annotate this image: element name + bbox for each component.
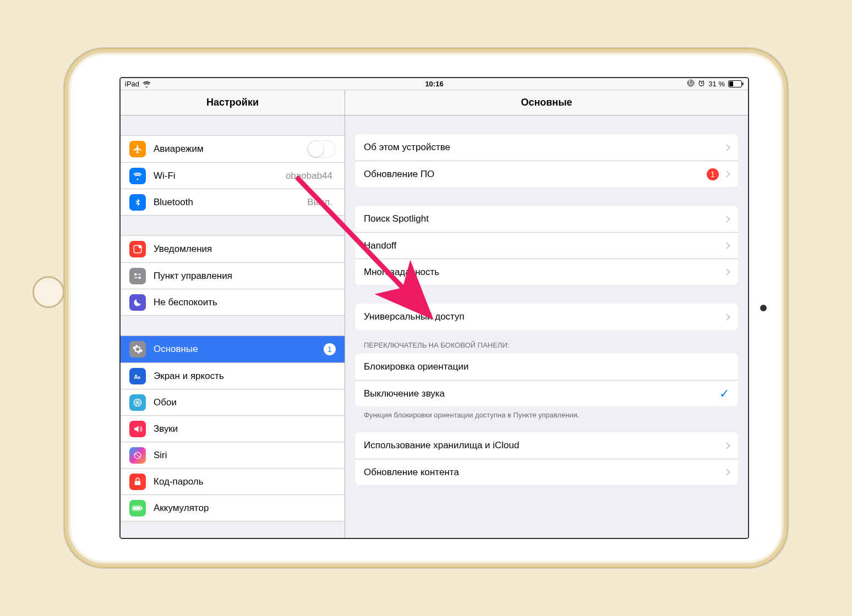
svg-text:A: A (138, 375, 141, 380)
screen: iPad 10:16 31 % Настройки (121, 78, 748, 538)
sidebar-item-bluetooth[interactable]: Bluetooth Выкл. (121, 189, 345, 215)
svg-rect-9 (742, 82, 744, 85)
rotation-lock-icon (687, 79, 695, 89)
chevron-right-icon (723, 442, 730, 449)
device-label: iPad (125, 80, 139, 88)
detail-group-storage: Использование хранилища и iCloud Обновле… (355, 432, 738, 485)
home-button[interactable] (32, 276, 64, 308)
sidebar-item-passcode[interactable]: Код-пароль (121, 468, 345, 494)
sounds-icon (129, 421, 146, 437)
siri-label: Siri (154, 450, 336, 461)
ipad-device-frame: iPad 10:16 31 % Настройки (71, 55, 781, 561)
sidebar-item-display[interactable]: AA Экран и яркость (121, 362, 345, 389)
wallpaper-icon (129, 394, 146, 411)
sidebar-item-dnd[interactable]: Не беспокоить (121, 289, 345, 315)
battery-icon (728, 80, 744, 87)
siri-icon (129, 447, 146, 464)
detail-item-about[interactable]: Об этом устройстве (355, 134, 738, 161)
detail-item-storage[interactable]: Использование хранилища и iCloud (355, 432, 738, 459)
notifications-icon (129, 241, 146, 257)
chevron-right-icon (723, 242, 730, 249)
sidebar-item-general[interactable]: Основные 1 (121, 336, 345, 362)
svg-point-14 (139, 276, 141, 279)
side-switch-footer: Функция блокировки ориентации доступна в… (345, 406, 748, 421)
svg-rect-21 (135, 481, 141, 485)
detail-item-software-update[interactable]: Обновление ПО 1 (355, 161, 738, 187)
airplane-switch[interactable] (307, 140, 336, 158)
detail-group-spotlight: Поиск Spotlight Handoff Многозадачность (355, 206, 738, 285)
control-center-icon (129, 268, 146, 284)
sidebar-group-main: Основные 1 AA Экран и яркость Обои (121, 336, 345, 521)
svg-line-5 (700, 80, 701, 81)
sidebar-item-wifi[interactable]: Wi-Fi obaobab44 (121, 162, 345, 189)
sidebar-title: Настройки (121, 90, 345, 115)
svg-line-6 (703, 80, 704, 81)
bluetooth-label: Bluetooth (154, 197, 307, 208)
dnd-icon (129, 294, 146, 311)
svg-rect-8 (729, 81, 733, 86)
wifi-value: obaobab44 (286, 170, 332, 182)
wallpaper-label: Обои (154, 397, 336, 408)
detail-item-mute[interactable]: Выключение звука ✓ (355, 380, 738, 406)
alarm-icon (698, 80, 705, 89)
settings-sidebar[interactable]: Авиарежим Wi-Fi obaobab44 (121, 116, 345, 538)
wifi-settings-icon (129, 168, 146, 184)
svg-rect-24 (141, 507, 143, 509)
bluetooth-value: Выкл. (307, 197, 332, 208)
general-badge: 1 (324, 343, 336, 355)
chevron-right-icon (723, 144, 730, 151)
chevron-right-icon (723, 170, 730, 178)
airplane-icon (129, 141, 146, 157)
chevron-right-icon (723, 314, 730, 321)
svg-point-11 (139, 245, 142, 249)
sidebar-group-connectivity: Авиарежим Wi-Fi obaobab44 (121, 135, 345, 216)
detail-item-accessibility[interactable]: Универсальный доступ (355, 304, 738, 330)
sidebar-item-sounds[interactable]: Звуки (121, 415, 345, 442)
chevron-right-icon (723, 216, 730, 223)
bluetooth-icon (129, 194, 146, 211)
display-icon: AA (129, 368, 146, 384)
sidebar-item-wallpaper[interactable]: Обои (121, 389, 345, 415)
svg-rect-23 (133, 507, 140, 510)
sidebar-item-notifications[interactable]: Уведомления (121, 236, 345, 262)
sidebar-item-battery[interactable]: Аккумулятор (121, 494, 345, 521)
sidebar-item-siri[interactable]: Siri (121, 442, 345, 468)
status-time: 10:16 (121, 80, 748, 88)
battery-label: Аккумулятор (154, 503, 336, 514)
update-badge: 1 (707, 168, 719, 180)
detail-title: Основные (345, 90, 748, 115)
battery-settings-icon (129, 500, 146, 516)
nav-titles: Настройки Основные (121, 90, 748, 116)
control-center-label: Пункт управления (154, 271, 336, 282)
detail-item-handoff[interactable]: Handoff (355, 232, 738, 258)
detail-group-accessibility: Универсальный доступ (355, 304, 738, 330)
gear-icon (129, 341, 146, 358)
sidebar-group-alerts: Уведомления Пункт управления Не беспокои… (121, 235, 345, 316)
status-bar: iPad 10:16 31 % (121, 78, 748, 90)
detail-item-multitasking[interactable]: Многозадачность (355, 258, 738, 285)
svg-point-19 (136, 402, 138, 403)
front-camera (760, 305, 767, 311)
sounds-label: Звуки (154, 424, 336, 435)
airplane-label: Авиарежим (154, 144, 307, 155)
detail-group-side-switch: Блокировка ориентации Выключение звука ✓ (355, 354, 738, 406)
wifi-icon (143, 81, 151, 87)
checkmark-icon: ✓ (719, 387, 729, 401)
display-label: Экран и яркость (154, 371, 336, 382)
sidebar-item-control-center[interactable]: Пункт управления (121, 262, 345, 289)
general-detail-pane[interactable]: Об этом устройстве Обновление ПО 1 Поиск… (345, 116, 748, 538)
dnd-label: Не беспокоить (154, 297, 336, 308)
detail-item-spotlight[interactable]: Поиск Spotlight (355, 206, 738, 232)
svg-rect-1 (690, 82, 692, 84)
wifi-label: Wi-Fi (154, 170, 286, 182)
detail-item-background-refresh[interactable]: Обновление контента (355, 459, 738, 485)
sidebar-item-airplane[interactable]: Авиарежим (121, 136, 345, 162)
detail-item-lock-rotation[interactable]: Блокировка ориентации (355, 354, 738, 380)
side-switch-header: ПЕРЕКЛЮЧАТЕЛЬ НА БОКОВОЙ ПАНЕЛИ: (345, 330, 748, 354)
battery-percent: 31 % (708, 80, 725, 88)
svg-point-12 (134, 273, 137, 276)
passcode-label: Код-пароль (154, 476, 336, 487)
chevron-right-icon (723, 469, 730, 476)
detail-group-about: Об этом устройстве Обновление ПО 1 (355, 134, 738, 187)
chevron-right-icon (723, 268, 730, 276)
